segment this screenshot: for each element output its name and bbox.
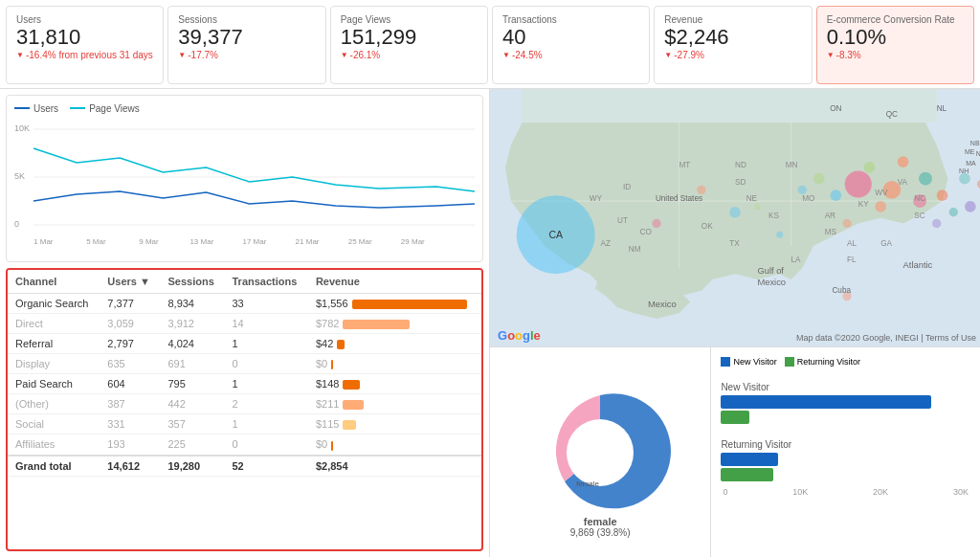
cell-transactions: 1 [225,333,308,353]
col-sessions[interactable]: Sessions [160,270,224,294]
cell-users: 635 [100,354,160,374]
bc-legend-returning-box [785,357,794,367]
svg-text:MA: MA [966,159,976,166]
svg-text:KS: KS [768,211,779,219]
cell-sessions: 3,912 [160,313,224,333]
svg-text:WY: WY [590,194,603,203]
table-row: Referral 2,797 4,024 1 $42 [8,333,481,353]
table-row: Social 331 357 1 $115 [8,414,481,434]
cell-transactions: 1 [225,414,308,434]
revenue-bar [343,420,356,430]
bc-legend-returning-label: Returning Visitor [797,357,860,367]
cell-channel: Organic Search [8,293,100,313]
svg-point-28 [875,201,886,212]
svg-point-39 [754,203,761,210]
svg-point-31 [697,185,705,193]
svg-point-30 [813,173,825,185]
revenue-bar [331,441,333,451]
kpi-users-value: 31,810 [16,25,153,50]
svg-text:Cuba: Cuba [832,286,851,295]
kpi-conversion-change: -8.3% [827,50,964,60]
revenue-bar [343,400,364,410]
table-row: Organic Search 7,377 8,934 33 $1,556 [8,293,481,313]
bottom-right: female female 9,869 (39.8%) New Visitor [490,346,980,557]
hbar-new-blue [721,395,931,409]
kpi-row: Users 31,810 -16.4% from previous 31 day… [0,0,980,89]
svg-text:MT: MT [679,161,690,169]
revenue-bar [331,360,333,369]
svg-text:1 Mar: 1 Mar [33,237,54,246]
donut-category: female [570,516,631,527]
cell-sessions: 795 [160,374,224,394]
svg-text:CO: CO [639,228,651,236]
cell-transactions: 1 [225,374,308,394]
bc-legend-new: New Visitor [721,357,776,367]
cell-sessions: 4,024 [160,333,224,353]
cell-users: 3,059 [100,313,160,333]
svg-text:KY: KY [858,200,869,209]
cell-transactions: 0 [225,434,308,456]
col-revenue[interactable]: Revenue [308,270,481,294]
cell-total-channel: Grand total [8,456,100,477]
cell-total-users: 14,612 [100,456,160,477]
svg-text:SD: SD [735,177,746,186]
cell-revenue: $782 [308,313,481,333]
svg-text:MS: MS [825,228,837,236]
cell-sessions: 225 [160,434,224,456]
kpi-pageviews: Page Views 151,299 -26.1% [330,6,488,84]
cell-revenue: $0 [308,354,481,374]
svg-text:ME: ME [965,148,975,155]
line-chart: 10K 5K 0 1 Mar 5 [14,120,475,254]
kpi-sessions: Sessions 39,377 -17.7% [167,6,325,84]
revenue-bar [343,320,410,329]
bar-chart-section: New Visitor Returning Visitor New Visito… [710,346,980,557]
kpi-transactions-change: -24.5% [502,50,639,60]
kpi-revenue-change: -27.9% [664,50,801,60]
svg-point-81 [567,419,634,486]
cell-channel: Social [8,414,100,434]
cell-revenue: $211 [308,394,481,414]
donut-section: female female 9,869 (39.8%) [490,346,710,557]
cell-channel: Direct [8,313,100,333]
table-row: Display 635 691 0 $0 [8,354,481,374]
svg-text:13 Mar: 13 Mar [189,237,213,246]
revenue-bar [343,380,360,390]
svg-text:CA: CA [548,228,563,239]
svg-text:LA: LA [791,256,802,264]
svg-point-18 [845,170,872,197]
cell-revenue: $0 [308,434,481,456]
cell-revenue: $1,556 [308,293,481,313]
col-users[interactable]: Users ▼ [100,270,160,294]
col-channel[interactable]: Channel [8,270,100,294]
axis-20k: 20K [873,487,888,497]
svg-text:FL: FL [847,256,857,264]
revenue-bar [337,340,345,349]
cell-sessions: 442 [160,394,224,414]
kpi-pageviews-change: -26.1% [341,50,478,60]
svg-text:NS: NS [976,150,980,157]
svg-text:OK: OK [702,222,713,231]
kpi-revenue: Revenue $2,246 -27.9% [654,6,812,84]
hbar-axis: 0 10K 20K 30K [721,487,970,497]
col-transactions[interactable]: Transactions [225,270,308,294]
svg-text:ON: ON [830,104,841,113]
legend-pageviews: Page Views [70,103,140,114]
cell-users: 2,797 [100,333,160,353]
google-logo: Google [498,328,541,343]
svg-text:AR: AR [825,211,835,219]
svg-text:WV: WV [875,189,888,197]
cell-sessions: 8,934 [160,293,224,313]
svg-text:10K: 10K [14,123,30,133]
chart-legend: Users Page Views [14,103,475,114]
cell-sessions: 691 [160,354,224,374]
cell-total-sessions: 19,280 [160,456,224,477]
kpi-conversion: E-commerce Conversion Rate 0.10% -8.3% [816,6,974,84]
bc-legend-returning: Returning Visitor [785,357,860,367]
table-header-row: Channel Users ▼ Sessions Transactions Re… [8,270,481,294]
cell-revenue: $42 [308,333,481,353]
revenue-bar [352,300,467,309]
legend-users: Users [14,103,58,114]
cell-channel: Referral [8,333,100,353]
bc-legend-new-box [721,357,730,367]
svg-text:9 Mar: 9 Mar [139,237,159,246]
